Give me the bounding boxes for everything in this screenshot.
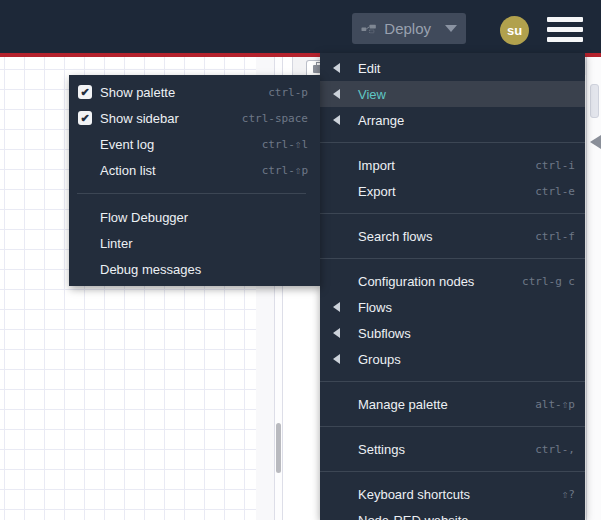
menu-item-shortcut: ctrl-g c [522, 275, 575, 288]
menu-item-label: Import [358, 158, 395, 173]
menu-item-label: Keyboard shortcuts [358, 487, 470, 502]
menu-item-groups[interactable]: Groups [320, 346, 585, 372]
sidebar-scroll-strip [586, 57, 601, 520]
menu-item-show-sidebar[interactable]: ✔Show sidebarctrl-space [69, 105, 320, 131]
submenu-arrow-icon [333, 302, 340, 312]
menu-item-shortcut: ctrl-i [535, 159, 575, 172]
menu-item-shortcut: alt-⇧p [535, 398, 575, 411]
menu-item-show-palette[interactable]: ✔Show palettectrl-p [69, 79, 320, 105]
menu-item-label: Subflows [358, 326, 411, 341]
menu-item-flow-debugger[interactable]: Flow Debugger [69, 204, 320, 230]
menu-item-edit[interactable]: Edit [320, 55, 585, 81]
menu-item-linter[interactable]: Linter [69, 230, 320, 256]
menu-item-label: Debug messages [100, 262, 201, 277]
menu-item-configuration-nodes[interactable]: Configuration nodesctrl-g c [320, 268, 585, 294]
checked-checkbox-icon[interactable]: ✔ [78, 85, 92, 99]
chevron-down-icon[interactable] [445, 25, 457, 32]
menu-separator [77, 193, 306, 194]
checked-checkbox-icon[interactable]: ✔ [78, 111, 92, 125]
deploy-button[interactable]: Deploy [352, 13, 466, 44]
canvas-scrollbar-thumb[interactable] [276, 423, 281, 473]
menu-item-node-red-website[interactable]: Node-RED website [320, 507, 585, 520]
menu-item-label: Event log [100, 137, 154, 152]
menu-item-export[interactable]: Exportctrl-e [320, 178, 585, 204]
view-submenu: ✔Show palettectrl-p✔Show sidebarctrl-spa… [69, 75, 320, 286]
menu-item-shortcut: ctrl-⇧l [262, 138, 308, 151]
menu-item-label: Settings [358, 442, 405, 457]
user-avatar[interactable]: su [500, 16, 529, 45]
menu-item-label: Manage palette [358, 397, 448, 412]
menu-item-action-list[interactable]: Action listctrl-⇧p [69, 157, 320, 183]
node-red-editor: Deploy su EditViewArrangeImportctrl-iExp… [0, 0, 601, 520]
menu-item-label: Flows [358, 300, 392, 315]
menu-item-label: Node-RED website [358, 513, 469, 520]
menu-item-label: Action list [100, 163, 156, 178]
menu-separator [320, 213, 585, 214]
menu-item-import[interactable]: Importctrl-i [320, 152, 585, 178]
menu-item-event-log[interactable]: Event logctrl-⇧l [69, 131, 320, 157]
menu-item-settings[interactable]: Settingsctrl-, [320, 436, 585, 462]
menu-separator [320, 471, 585, 472]
sidebar-scrollbar-thumb[interactable] [590, 84, 599, 118]
menu-item-debug-messages[interactable]: Debug messages [69, 256, 320, 282]
menu-separator [320, 426, 585, 427]
menu-item-label: View [358, 87, 386, 102]
menu-item-label: Groups [358, 352, 401, 367]
menu-separator [320, 258, 585, 259]
menu-item-view[interactable]: View [320, 81, 585, 107]
menu-item-label: Export [358, 184, 396, 199]
menu-separator [320, 381, 585, 382]
menu-item-shortcut: ⇧? [562, 488, 575, 501]
menu-item-label: Edit [358, 61, 380, 76]
menu-item-label: Configuration nodes [358, 274, 474, 289]
menu-item-search-flows[interactable]: Search flowsctrl-f [320, 223, 585, 249]
submenu-arrow-icon [333, 115, 340, 125]
menu-item-label: Linter [100, 236, 133, 251]
menu-item-keyboard-shortcuts[interactable]: Keyboard shortcuts⇧? [320, 481, 585, 507]
header-bar: Deploy su [0, 0, 601, 57]
menu-item-shortcut: ctrl-space [242, 112, 308, 125]
menu-item-flows[interactable]: Flows [320, 294, 585, 320]
menu-separator [320, 142, 585, 143]
menu-item-label: Arrange [358, 113, 404, 128]
menu-item-shortcut: ctrl-f [535, 230, 575, 243]
menu-item-label: Flow Debugger [100, 210, 188, 225]
deploy-icon [361, 18, 376, 40]
menu-item-label: Search flows [358, 229, 432, 244]
main-menu: EditViewArrangeImportctrl-iExportctrl-eS… [320, 53, 585, 520]
menu-item-arrange[interactable]: Arrange [320, 107, 585, 133]
menu-item-label: Show palette [100, 85, 175, 100]
menu-item-shortcut: ctrl-⇧p [262, 164, 308, 177]
submenu-arrow-icon [333, 89, 340, 99]
sidebar-collapse-arrow-icon[interactable] [590, 135, 601, 149]
hamburger-menu-icon[interactable] [547, 17, 583, 42]
submenu-arrow-icon [333, 354, 340, 364]
deploy-button-label: Deploy [384, 20, 431, 37]
menu-item-manage-palette[interactable]: Manage palettealt-⇧p [320, 391, 585, 417]
menu-item-shortcut: ctrl-p [268, 86, 308, 99]
submenu-arrow-icon [333, 328, 340, 338]
menu-item-subflows[interactable]: Subflows [320, 320, 585, 346]
menu-item-label: Show sidebar [100, 111, 179, 126]
submenu-arrow-icon [333, 63, 340, 73]
menu-item-shortcut: ctrl-e [535, 185, 575, 198]
menu-item-shortcut: ctrl-, [535, 443, 575, 456]
